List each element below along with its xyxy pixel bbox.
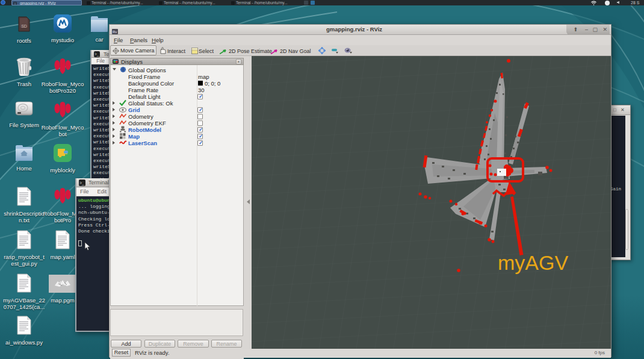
- svg-text:SD: SD: [21, 24, 27, 28]
- svg-text:myAGV: myAGV: [498, 251, 568, 274]
